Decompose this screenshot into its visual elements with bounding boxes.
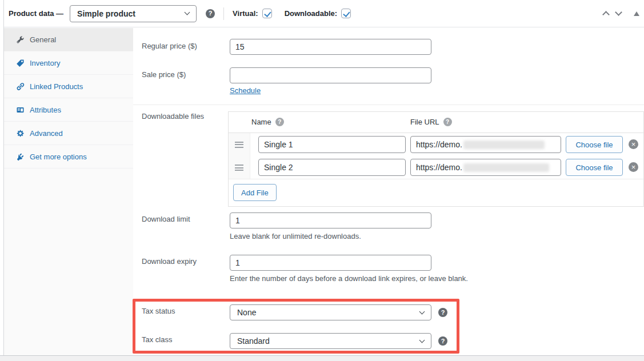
remove-file-icon[interactable]: × [629, 162, 638, 172]
files-table-header: Name ? File URL ? [229, 112, 643, 133]
chevron-down-icon [185, 10, 190, 15]
header-separator [223, 7, 224, 20]
remove-file-icon[interactable]: × [629, 139, 638, 149]
product-data-tabs: General Inventory Linked Products Attrib… [4, 28, 133, 355]
schedule-link[interactable]: Schedule [230, 86, 261, 95]
tax-class-select[interactable]: Standard [230, 333, 431, 349]
help-icon[interactable]: ? [438, 336, 447, 346]
redacted-url [463, 163, 549, 172]
link-icon [16, 82, 25, 91]
tab-attributes[interactable]: Attributes [4, 98, 133, 122]
downloadable-label: Downloadable: [285, 9, 337, 18]
tab-label: Get more options [30, 153, 87, 161]
downloadable-files-table: Name ? File URL ? https://demo. Choose f… [228, 111, 644, 207]
add-file-button[interactable]: Add File [233, 184, 277, 201]
product-data-panel: Product data — Simple product ? Virtual:… [0, 0, 644, 361]
plug-icon [16, 153, 25, 161]
tab-inventory[interactable]: Inventory [4, 51, 133, 75]
card-icon [16, 106, 25, 114]
tab-get-more-options[interactable]: Get more options [4, 145, 133, 169]
tax-status-select[interactable]: None [230, 304, 431, 320]
help-icon[interactable]: ? [206, 9, 215, 18]
regular-price-input[interactable] [230, 39, 431, 55]
tab-label: Attributes [30, 106, 61, 114]
product-data-header: Product data — Simple product ? Virtual:… [4, 0, 644, 27]
page-background-strip [0, 355, 644, 361]
virtual-label: Virtual: [233, 9, 258, 18]
grip-icon [235, 165, 243, 171]
chevron-up-icon [602, 11, 610, 18]
help-icon[interactable]: ? [443, 118, 452, 126]
panel-title: Product data — [9, 9, 63, 18]
tab-label: Advanced [30, 129, 63, 138]
tax-class-value: Standard [237, 336, 270, 346]
tax-status-label: Tax status [142, 307, 175, 315]
help-icon[interactable]: ? [438, 308, 447, 317]
move-down-button[interactable] [612, 7, 625, 20]
tax-class-label: Tax class [142, 335, 172, 344]
file-url-column-header: File URL [410, 118, 439, 126]
drag-handle[interactable] [229, 156, 250, 179]
download-expiry-label: Download expiry [142, 257, 197, 266]
virtual-checkbox[interactable] [262, 9, 272, 18]
redacted-url [463, 141, 545, 149]
tag-icon [16, 59, 25, 67]
downloadable-files-label: Downloadable files [142, 112, 204, 121]
grip-icon [235, 142, 243, 148]
move-up-button[interactable] [599, 7, 612, 20]
tab-general[interactable]: General [4, 28, 133, 51]
product-type-value: Simple product [77, 9, 135, 18]
section-divider [133, 105, 644, 105]
general-tab-content: Regular price ($) Sale price ($) Schedul… [133, 28, 644, 355]
file-url-text: https://demo. [416, 140, 462, 149]
downloadable-checkbox[interactable] [341, 9, 351, 18]
sale-price-label: Sale price ($) [142, 70, 186, 79]
choose-file-button[interactable]: Choose file [566, 136, 623, 153]
download-expiry-input[interactable] [230, 255, 431, 271]
download-limit-help: Leave blank for unlimited re-downloads. [230, 232, 361, 240]
wrench-icon [16, 35, 25, 44]
download-limit-label: Download limit [142, 215, 190, 223]
tab-label: Inventory [30, 59, 60, 67]
tab-linked-products[interactable]: Linked Products [4, 75, 133, 98]
file-name-input[interactable] [258, 136, 406, 153]
gear-icon [16, 129, 25, 138]
tab-label: Linked Products [30, 82, 83, 91]
drag-handle[interactable] [229, 133, 250, 156]
panel-order-controls [599, 7, 644, 20]
toggle-panel-icon[interactable] [634, 11, 639, 16]
name-column-header: Name [251, 118, 271, 126]
tax-status-value: None [237, 308, 256, 317]
help-icon[interactable]: ? [275, 118, 284, 126]
files-table-footer-divider [229, 179, 643, 179]
chevron-down-icon [419, 337, 425, 343]
download-expiry-help: Enter the number of days before a downlo… [230, 274, 468, 283]
regular-price-label: Regular price ($) [142, 42, 197, 50]
file-name-input[interactable] [258, 159, 406, 176]
tab-label: General [30, 35, 56, 44]
download-limit-input[interactable] [230, 212, 431, 228]
file-url-input[interactable]: https://demo. [410, 159, 561, 176]
virtual-field: Virtual: [233, 9, 272, 18]
file-url-text: https://demo. [416, 163, 462, 172]
sale-price-input[interactable] [230, 67, 431, 83]
chevron-down-icon [615, 9, 622, 16]
tab-advanced[interactable]: Advanced [4, 122, 133, 145]
choose-file-button[interactable]: Choose file [566, 159, 623, 176]
downloadable-field: Downloadable: [285, 9, 351, 18]
product-type-select[interactable]: Simple product [70, 5, 197, 22]
chevron-down-icon [419, 308, 425, 314]
file-url-input[interactable]: https://demo. [410, 136, 561, 153]
